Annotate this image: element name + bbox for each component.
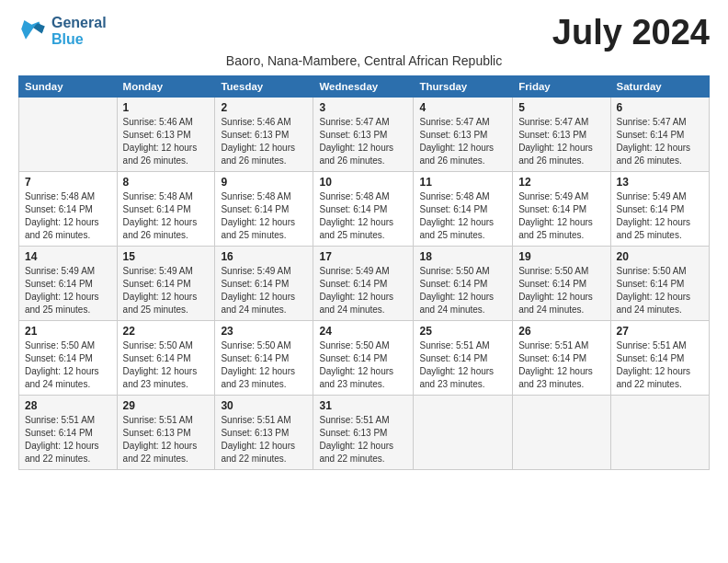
day-number: 11 bbox=[419, 176, 506, 189]
day-number: 14 bbox=[25, 250, 111, 263]
day-number: 17 bbox=[319, 250, 407, 263]
day-info: Sunrise: 5:49 AM Sunset: 6:14 PM Dayligh… bbox=[617, 190, 703, 242]
day-info: Sunrise: 5:48 AM Sunset: 6:14 PM Dayligh… bbox=[123, 190, 210, 242]
day-number: 3 bbox=[319, 101, 407, 114]
col-sunday: Sunday bbox=[19, 76, 118, 98]
calendar-cell: 30Sunrise: 5:51 AM Sunset: 6:13 PM Dayli… bbox=[215, 396, 313, 470]
day-number: 7 bbox=[25, 176, 111, 189]
day-info: Sunrise: 5:49 AM Sunset: 6:14 PM Dayligh… bbox=[123, 265, 210, 316]
calendar-cell: 9Sunrise: 5:48 AM Sunset: 6:14 PM Daylig… bbox=[215, 172, 313, 247]
day-info: Sunrise: 5:50 AM Sunset: 6:14 PM Dayligh… bbox=[319, 339, 407, 391]
day-info: Sunrise: 5:46 AM Sunset: 6:13 PM Dayligh… bbox=[123, 116, 210, 167]
calendar-cell: 22Sunrise: 5:50 AM Sunset: 6:14 PM Dayli… bbox=[117, 321, 215, 396]
day-info: Sunrise: 5:47 AM Sunset: 6:13 PM Dayligh… bbox=[419, 116, 506, 167]
day-info: Sunrise: 5:50 AM Sunset: 6:14 PM Dayligh… bbox=[518, 265, 604, 316]
day-info: Sunrise: 5:47 AM Sunset: 6:13 PM Dayligh… bbox=[319, 116, 407, 167]
calendar-cell: 26Sunrise: 5:51 AM Sunset: 6:14 PM Dayli… bbox=[513, 321, 610, 396]
day-number: 2 bbox=[221, 101, 307, 114]
calendar-cell: 20Sunrise: 5:50 AM Sunset: 6:14 PM Dayli… bbox=[610, 247, 709, 321]
day-number: 5 bbox=[518, 101, 604, 114]
day-number: 26 bbox=[518, 325, 604, 338]
calendar-cell: 16Sunrise: 5:49 AM Sunset: 6:14 PM Dayli… bbox=[215, 247, 313, 321]
day-info: Sunrise: 5:47 AM Sunset: 6:14 PM Dayligh… bbox=[617, 116, 703, 167]
col-tuesday: Tuesday bbox=[215, 76, 313, 98]
day-info: Sunrise: 5:51 AM Sunset: 6:14 PM Dayligh… bbox=[419, 339, 506, 391]
calendar-cell: 2Sunrise: 5:46 AM Sunset: 6:13 PM Daylig… bbox=[215, 98, 313, 172]
calendar-cell: 3Sunrise: 5:47 AM Sunset: 6:13 PM Daylig… bbox=[313, 98, 414, 172]
calendar-cell: 1Sunrise: 5:46 AM Sunset: 6:13 PM Daylig… bbox=[117, 98, 215, 172]
day-info: Sunrise: 5:49 AM Sunset: 6:14 PM Dayligh… bbox=[319, 265, 407, 316]
day-info: Sunrise: 5:48 AM Sunset: 6:14 PM Dayligh… bbox=[319, 190, 407, 242]
calendar-cell: 7Sunrise: 5:48 AM Sunset: 6:14 PM Daylig… bbox=[19, 172, 118, 247]
col-wednesday: Wednesday bbox=[313, 76, 414, 98]
calendar-cell bbox=[513, 396, 610, 470]
day-number: 8 bbox=[123, 176, 210, 189]
calendar-row: 7Sunrise: 5:48 AM Sunset: 6:14 PM Daylig… bbox=[19, 172, 710, 247]
subtitle: Baoro, Nana-Mambere, Central African Rep… bbox=[18, 53, 710, 68]
day-info: Sunrise: 5:51 AM Sunset: 6:14 PM Dayligh… bbox=[25, 414, 111, 465]
calendar-cell: 8Sunrise: 5:48 AM Sunset: 6:14 PM Daylig… bbox=[117, 172, 215, 247]
day-number: 22 bbox=[123, 325, 210, 338]
col-friday: Friday bbox=[513, 76, 610, 98]
month-title: July 2024 bbox=[552, 15, 710, 50]
day-number: 25 bbox=[419, 325, 506, 338]
calendar-cell bbox=[610, 396, 709, 470]
day-number: 18 bbox=[419, 250, 506, 263]
day-info: Sunrise: 5:50 AM Sunset: 6:14 PM Dayligh… bbox=[25, 339, 111, 391]
day-number: 20 bbox=[617, 250, 703, 263]
calendar-cell: 27Sunrise: 5:51 AM Sunset: 6:14 PM Dayli… bbox=[610, 321, 709, 396]
day-number: 27 bbox=[617, 325, 703, 338]
day-number: 28 bbox=[25, 399, 111, 412]
day-number: 29 bbox=[123, 399, 210, 412]
header: General Blue July 2024 bbox=[18, 15, 710, 50]
day-number: 31 bbox=[319, 399, 407, 412]
calendar-cell: 6Sunrise: 5:47 AM Sunset: 6:14 PM Daylig… bbox=[610, 98, 709, 172]
day-info: Sunrise: 5:50 AM Sunset: 6:14 PM Dayligh… bbox=[221, 339, 307, 391]
calendar-cell: 4Sunrise: 5:47 AM Sunset: 6:13 PM Daylig… bbox=[414, 98, 513, 172]
day-number: 19 bbox=[518, 250, 604, 263]
calendar-cell: 29Sunrise: 5:51 AM Sunset: 6:13 PM Dayli… bbox=[117, 396, 215, 470]
day-number: 24 bbox=[319, 325, 407, 338]
day-info: Sunrise: 5:47 AM Sunset: 6:13 PM Dayligh… bbox=[518, 116, 604, 167]
logo-icon bbox=[18, 18, 48, 44]
day-number: 16 bbox=[221, 250, 307, 263]
day-info: Sunrise: 5:51 AM Sunset: 6:14 PM Dayligh… bbox=[518, 339, 604, 391]
calendar-cell: 24Sunrise: 5:50 AM Sunset: 6:14 PM Dayli… bbox=[313, 321, 414, 396]
logo-general: General bbox=[51, 15, 107, 31]
day-info: Sunrise: 5:50 AM Sunset: 6:14 PM Dayligh… bbox=[617, 265, 703, 316]
day-info: Sunrise: 5:50 AM Sunset: 6:14 PM Dayligh… bbox=[123, 339, 210, 391]
logo-text: General Blue bbox=[51, 15, 107, 47]
day-number: 23 bbox=[221, 325, 307, 338]
logo-blue: Blue bbox=[51, 31, 107, 48]
calendar-cell: 14Sunrise: 5:49 AM Sunset: 6:14 PM Dayli… bbox=[19, 247, 118, 321]
day-info: Sunrise: 5:46 AM Sunset: 6:13 PM Dayligh… bbox=[221, 116, 307, 167]
calendar-cell: 21Sunrise: 5:50 AM Sunset: 6:14 PM Dayli… bbox=[19, 321, 118, 396]
calendar-cell: 12Sunrise: 5:49 AM Sunset: 6:14 PM Dayli… bbox=[513, 172, 610, 247]
day-info: Sunrise: 5:48 AM Sunset: 6:14 PM Dayligh… bbox=[419, 190, 506, 242]
calendar-cell: 5Sunrise: 5:47 AM Sunset: 6:13 PM Daylig… bbox=[513, 98, 610, 172]
day-info: Sunrise: 5:51 AM Sunset: 6:13 PM Dayligh… bbox=[221, 414, 307, 465]
calendar-cell bbox=[414, 396, 513, 470]
calendar-cell: 19Sunrise: 5:50 AM Sunset: 6:14 PM Dayli… bbox=[513, 247, 610, 321]
day-number: 13 bbox=[617, 176, 703, 189]
day-number: 10 bbox=[319, 176, 407, 189]
day-info: Sunrise: 5:49 AM Sunset: 6:14 PM Dayligh… bbox=[221, 265, 307, 316]
day-number: 30 bbox=[221, 399, 307, 412]
day-info: Sunrise: 5:48 AM Sunset: 6:14 PM Dayligh… bbox=[25, 190, 111, 242]
calendar-table: Sunday Monday Tuesday Wednesday Thursday… bbox=[18, 75, 710, 470]
calendar-row: 21Sunrise: 5:50 AM Sunset: 6:14 PM Dayli… bbox=[19, 321, 710, 396]
calendar-cell: 23Sunrise: 5:50 AM Sunset: 6:14 PM Dayli… bbox=[215, 321, 313, 396]
calendar-cell: 28Sunrise: 5:51 AM Sunset: 6:14 PM Dayli… bbox=[19, 396, 118, 470]
calendar-row: 14Sunrise: 5:49 AM Sunset: 6:14 PM Dayli… bbox=[19, 247, 710, 321]
calendar-cell: 31Sunrise: 5:51 AM Sunset: 6:13 PM Dayli… bbox=[313, 396, 414, 470]
day-number: 1 bbox=[123, 101, 210, 114]
day-info: Sunrise: 5:49 AM Sunset: 6:14 PM Dayligh… bbox=[518, 190, 604, 242]
day-info: Sunrise: 5:48 AM Sunset: 6:14 PM Dayligh… bbox=[221, 190, 307, 242]
calendar-row: 1Sunrise: 5:46 AM Sunset: 6:13 PM Daylig… bbox=[19, 98, 710, 172]
col-monday: Monday bbox=[117, 76, 215, 98]
day-number: 12 bbox=[518, 176, 604, 189]
day-info: Sunrise: 5:51 AM Sunset: 6:13 PM Dayligh… bbox=[319, 414, 407, 465]
calendar-header-row: Sunday Monday Tuesday Wednesday Thursday… bbox=[19, 76, 710, 98]
title-area: July 2024 bbox=[552, 15, 710, 50]
day-number: 21 bbox=[25, 325, 111, 338]
